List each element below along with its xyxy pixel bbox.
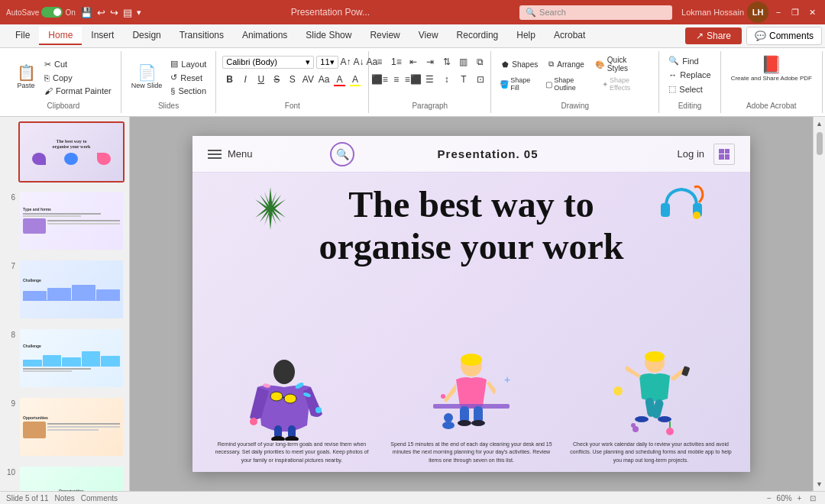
cut-button[interactable]: ✂ Cut <box>41 58 115 71</box>
slide-search-button[interactable]: 🔍 <box>330 142 354 166</box>
slide-image-8[interactable]: Challenge <box>18 328 125 389</box>
user-avatar[interactable]: LH <box>747 2 768 23</box>
comments-button[interactable]: 💬 Comments <box>746 27 822 45</box>
text-direction-button[interactable]: ⇅ <box>439 54 455 69</box>
align-left-button[interactable]: ⬛≡ <box>372 72 387 87</box>
slide-image-7[interactable]: Challenge <box>18 259 125 320</box>
slide-image-active[interactable]: The best way toorganise your work <box>18 121 125 183</box>
underline-button[interactable]: U <box>254 72 268 87</box>
tab-transitions[interactable]: Transitions <box>170 27 233 45</box>
slide-image-9[interactable]: Opportunities <box>18 396 125 457</box>
slides-panel[interactable]: The best way toorganise your work 6 Type… <box>0 117 130 491</box>
section-button[interactable]: § Section <box>167 85 209 97</box>
vertical-scrollbar[interactable] <box>817 129 823 479</box>
undo-icon[interactable]: ↩ <box>97 7 105 18</box>
decrease-font-button[interactable]: A↓ <box>354 54 364 69</box>
tab-review[interactable]: Review <box>361 27 409 45</box>
font-name-selector[interactable]: Calibri (Body) ▾ <box>222 56 314 69</box>
scroll-down-button[interactable]: ▼ <box>814 479 824 489</box>
shape-outline-button[interactable]: ▢ Shape Outline <box>543 76 598 92</box>
tab-design[interactable]: Design <box>123 27 170 45</box>
case-button[interactable]: Aa <box>317 72 332 87</box>
zoom-fit-button[interactable]: ⊡ <box>807 494 819 502</box>
autosave-toggle[interactable]: AutoSave On <box>6 7 76 18</box>
italic-button[interactable]: I <box>238 72 253 87</box>
scrollbar-thumb-vertical[interactable] <box>817 132 823 155</box>
arrange-button[interactable]: ⧉ Arrange <box>544 58 589 70</box>
slide-canvas: Menu 🔍 Presentation. 05 Log in <box>192 136 750 472</box>
shadow-button[interactable]: S <box>286 72 300 87</box>
char-spacing-button[interactable]: AV <box>301 72 315 87</box>
increase-indent-button[interactable]: ⇥ <box>422 54 438 69</box>
create-share-pdf-button[interactable]: 📕 Create and Share Adobe PDF <box>727 54 816 84</box>
tab-slideshow[interactable]: Slide Show <box>296 27 361 45</box>
autosave-toggle-switch[interactable] <box>41 7 63 18</box>
text-shadow-toggle[interactable]: T <box>456 72 471 87</box>
paragraph-dialog-button[interactable]: ⊡ <box>473 72 488 87</box>
strikethrough-button[interactable]: S <box>270 72 284 87</box>
shape-fill-button[interactable]: 🪣 Shape Fill <box>497 76 542 92</box>
close-button[interactable]: ✕ <box>805 5 819 19</box>
more-icon[interactable]: ▾ <box>137 8 141 18</box>
bullets-button[interactable]: ≡ <box>372 54 387 69</box>
format-painter-button[interactable]: 🖌 Format Painter <box>41 85 115 97</box>
slide-menu-icon[interactable] <box>713 144 735 165</box>
justify-button[interactable]: ☰ <box>422 72 438 87</box>
highlight-button[interactable]: A <box>348 72 363 87</box>
decrease-indent-button[interactable]: ⇤ <box>406 54 421 69</box>
comments-status-button[interactable]: Comments <box>81 494 118 502</box>
slide-thumb-6[interactable]: 6 Type and forms <box>3 189 126 253</box>
select-button[interactable]: ⬚ Select <box>665 82 713 95</box>
find-button[interactable]: 🔍 Find <box>665 54 713 67</box>
notes-button[interactable]: Notes <box>55 494 75 502</box>
shapes-button[interactable]: ⬟ Shapes <box>497 59 542 70</box>
slide-thumb-9[interactable]: 9 Opportunities <box>3 395 126 459</box>
numbering-button[interactable]: 1≡ <box>389 54 404 69</box>
smart-art-button[interactable]: ⧉ <box>473 54 488 69</box>
shape-effects-button[interactable]: ✦ Shape Effects <box>600 76 652 92</box>
tab-acrobat[interactable]: Acrobat <box>545 27 594 45</box>
quick-styles-button[interactable]: 🎨 Quick Styles <box>590 54 653 74</box>
bold-button[interactable]: B <box>222 72 237 87</box>
hamburger-menu[interactable] <box>208 150 222 159</box>
zoom-in-button[interactable]: + <box>794 494 804 502</box>
increase-font-button[interactable]: A↑ <box>341 54 351 69</box>
minimize-button[interactable]: − <box>772 5 785 19</box>
slide-thumb-7[interactable]: 7 Challenge <box>3 257 126 321</box>
slide-thumb-10[interactable]: 10 Opportunities <box>3 464 126 491</box>
search-box[interactable]: 🔍 Search <box>519 5 672 20</box>
line-spacing-button[interactable]: ↕ <box>439 72 455 87</box>
align-right-button[interactable]: ≡⬛ <box>406 72 421 87</box>
tab-recording[interactable]: Recording <box>448 27 508 45</box>
slide-image-10[interactable]: Opportunities <box>18 465 125 491</box>
redo-icon[interactable]: ↪ <box>110 7 118 18</box>
tab-home[interactable]: Home <box>39 27 82 45</box>
align-center-button[interactable]: ≡ <box>389 72 404 87</box>
tab-insert[interactable]: Insert <box>82 27 123 45</box>
font-color-button[interactable]: A <box>332 72 347 87</box>
paste-button[interactable]: 📋 Paste <box>12 63 40 92</box>
tab-help[interactable]: Help <box>507 27 545 45</box>
slide-login-button[interactable]: Log in <box>678 148 704 160</box>
restore-button[interactable]: ❐ <box>788 5 802 19</box>
share-button[interactable]: ↗ Share <box>685 27 742 44</box>
new-slide-button[interactable]: 📄 New Slide <box>128 63 167 92</box>
save-icon[interactable]: 💾 <box>80 7 92 18</box>
layout-button[interactable]: ▤ Layout <box>167 57 209 70</box>
font-size-selector[interactable]: 11 ▾ <box>316 56 338 69</box>
reset-button[interactable]: ↺ Reset <box>167 71 209 84</box>
tab-view[interactable]: View <box>409 27 448 45</box>
slide-thumb-active[interactable]: The best way toorganise your work <box>3 120 126 184</box>
columns-button[interactable]: ▥ <box>456 54 471 69</box>
scroll-up-button[interactable]: ▲ <box>814 118 824 129</box>
clipboard-small-buttons: ✂ Cut ⎘ Copy 🖌 Format Painter <box>41 58 115 97</box>
slide-image-6[interactable]: Type and forms <box>18 190 125 251</box>
present-icon[interactable]: ▤ <box>123 7 132 18</box>
slide-thumb-8[interactable]: 8 Challenge <box>3 326 126 390</box>
tab-animations[interactable]: Animations <box>233 27 296 45</box>
copy-button[interactable]: ⎘ Copy <box>41 72 115 84</box>
replace-button[interactable]: ↔ Replace <box>665 69 713 81</box>
tab-file[interactable]: File <box>6 27 39 45</box>
zoom-out-button[interactable]: − <box>764 494 775 502</box>
slide-menu-label[interactable]: Menu <box>228 148 253 160</box>
